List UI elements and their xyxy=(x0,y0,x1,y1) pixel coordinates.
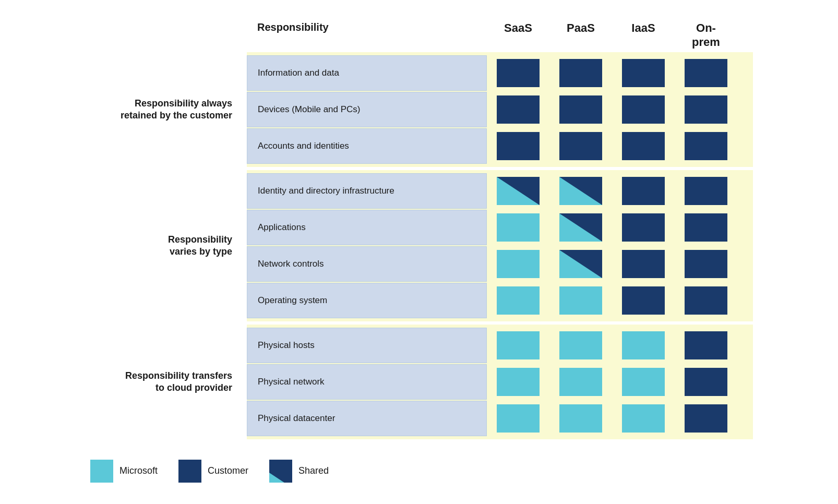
group-label-transfers: Responsibility transfers to cloud provid… xyxy=(85,325,247,439)
block-customer xyxy=(622,132,665,160)
table-row: Operating system xyxy=(247,283,753,318)
block-customer xyxy=(685,286,727,315)
row-label-physical-hosts: Physical hosts xyxy=(247,328,487,363)
table-row: Devices (Mobile and PCs) xyxy=(247,92,753,127)
cell-paas xyxy=(549,92,612,127)
row-label-info-data: Information and data xyxy=(247,55,487,91)
legend: Microsoft Customer Shared xyxy=(85,460,753,483)
cell-saas xyxy=(487,283,549,318)
cell-paas xyxy=(549,210,612,245)
cell-saas xyxy=(487,55,549,91)
row-label-physical-datacenter: Physical datacenter xyxy=(247,401,487,436)
cell-onprem xyxy=(675,55,737,91)
cell-saas xyxy=(487,92,549,127)
cells-os xyxy=(487,283,737,318)
block-customer xyxy=(685,368,727,396)
table-row: Network controls xyxy=(247,246,753,282)
cells-identity xyxy=(487,173,737,209)
cell-iaas xyxy=(612,401,675,436)
cells-network-controls xyxy=(487,246,737,282)
table-header: Responsibility SaaS PaaS IaaS On-prem xyxy=(85,21,753,49)
block-customer xyxy=(622,250,665,278)
legend-item-microsoft: Microsoft xyxy=(90,460,158,483)
legend-label-shared: Shared xyxy=(298,465,329,476)
group-band-transfers: Physical hosts Physical network xyxy=(247,325,753,439)
block-shared xyxy=(497,177,540,205)
legend-label-microsoft: Microsoft xyxy=(119,465,158,476)
cell-paas xyxy=(549,173,612,209)
row-label-accounts: Accounts and identities xyxy=(247,128,487,164)
legend-box-customer xyxy=(178,460,201,483)
spacer xyxy=(85,21,247,49)
cells-physical-network xyxy=(487,364,737,400)
block-customer xyxy=(559,59,602,87)
group-content-always-retained: Information and data Devices (Mobile and… xyxy=(247,52,753,167)
cell-paas xyxy=(549,128,612,164)
cell-iaas xyxy=(612,92,675,127)
table-row: Accounts and identities xyxy=(247,128,753,164)
cell-iaas xyxy=(612,173,675,209)
main-container: Responsibility SaaS PaaS IaaS On-prem Re… xyxy=(54,1,784,503)
block-microsoft xyxy=(497,250,540,278)
row-label-physical-network: Physical network xyxy=(247,364,487,400)
group-transfers: Responsibility transfers to cloud provid… xyxy=(85,325,753,439)
block-microsoft xyxy=(497,331,540,359)
block-microsoft xyxy=(622,331,665,359)
cell-saas xyxy=(487,210,549,245)
block-customer xyxy=(622,177,665,205)
row-label-identity: Identity and directory infrastructure xyxy=(247,173,487,209)
block-customer xyxy=(685,95,727,124)
block-customer xyxy=(622,213,665,242)
group-content-transfers: Physical hosts Physical network xyxy=(247,325,753,439)
block-customer xyxy=(497,132,540,160)
cell-paas xyxy=(549,283,612,318)
legend-item-customer: Customer xyxy=(178,460,248,483)
cells-applications xyxy=(487,210,737,245)
cells-physical-datacenter xyxy=(487,401,737,436)
group-label-varies: Responsibility varies by type xyxy=(85,170,247,321)
block-microsoft xyxy=(497,286,540,315)
saas-header: SaaS xyxy=(487,21,549,49)
cell-onprem xyxy=(675,92,737,127)
group-band-varies: Identity and directory infrastructure Ap… xyxy=(247,170,753,321)
cell-onprem xyxy=(675,328,737,363)
block-customer xyxy=(497,59,540,87)
block-microsoft xyxy=(559,404,602,433)
block-microsoft xyxy=(497,213,540,242)
cell-paas xyxy=(549,364,612,400)
cells-devices xyxy=(487,92,737,127)
block-customer xyxy=(685,331,727,359)
block-microsoft xyxy=(622,404,665,433)
block-microsoft xyxy=(622,368,665,396)
table-row: Information and data xyxy=(247,55,753,91)
iaas-header: IaaS xyxy=(612,21,675,49)
block-customer xyxy=(622,95,665,124)
responsibility-header: Responsibility xyxy=(247,21,487,49)
legend-item-shared: Shared xyxy=(269,460,329,483)
cell-onprem xyxy=(675,283,737,318)
table-row: Applications xyxy=(247,210,753,245)
block-customer xyxy=(685,177,727,205)
block-customer xyxy=(685,59,727,87)
block-customer xyxy=(622,286,665,315)
cell-onprem xyxy=(675,173,737,209)
service-column-headers: SaaS PaaS IaaS On-prem xyxy=(487,21,737,49)
cell-iaas xyxy=(612,55,675,91)
block-microsoft xyxy=(559,331,602,359)
block-customer xyxy=(559,132,602,160)
cell-paas xyxy=(549,55,612,91)
table-row: Physical network xyxy=(247,364,753,400)
header-inner: Responsibility SaaS PaaS IaaS On-prem xyxy=(247,21,753,49)
row-label-network-controls: Network controls xyxy=(247,246,487,282)
onprem-header: On-prem xyxy=(675,21,737,49)
block-microsoft xyxy=(559,286,602,315)
row-label-applications: Applications xyxy=(247,210,487,245)
block-customer xyxy=(685,132,727,160)
group-varies-by-type: Responsibility varies by type Identity a… xyxy=(85,170,753,321)
group-band-always-retained: Information and data Devices (Mobile and… xyxy=(247,52,753,167)
cell-iaas xyxy=(612,128,675,164)
cell-paas xyxy=(549,328,612,363)
cell-saas xyxy=(487,246,549,282)
cell-saas xyxy=(487,401,549,436)
cell-paas xyxy=(549,246,612,282)
